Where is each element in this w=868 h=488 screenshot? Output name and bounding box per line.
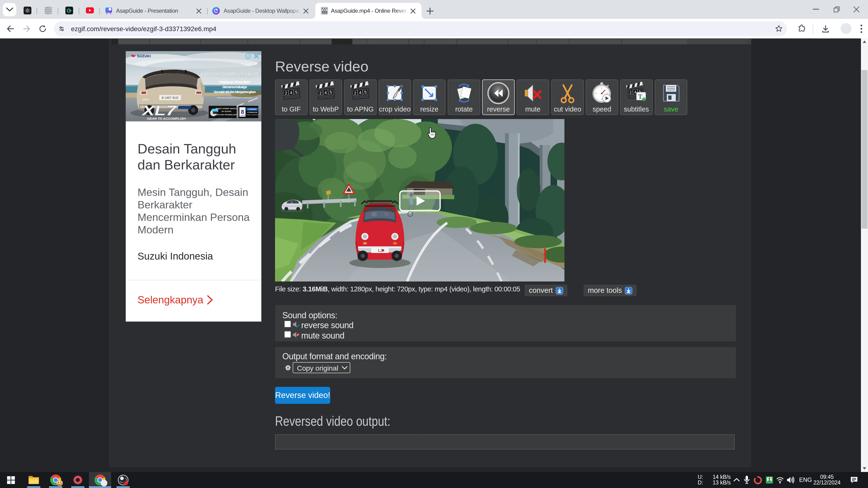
svg-text:GARANSI: GARANSI: [248, 108, 256, 110]
svg-text:8: 8: [241, 108, 244, 115]
svg-text:SUZUKI: SUZUKI: [137, 54, 151, 58]
svg-text:B 1457 SUZ: B 1457 SUZ: [162, 96, 179, 99]
svg-text:BATTERY WARRANTY: BATTERY WARRANTY: [245, 114, 260, 116]
svg-text:XL7: XL7: [141, 102, 177, 118]
svg-text:Perjalanan Tahun Baru: Perjalanan Tahun Baru: [219, 80, 250, 84]
svg-text:SMART HYBRID VEHICLE: SMART HYBRID VEHICLE: [216, 107, 237, 110]
svg-text:i: i: [248, 54, 249, 58]
svg-text:LITHIUM-ION: LITHIUM-ION: [247, 111, 257, 113]
svg-text:GEAR TO ACCOMPLISH: GEAR TO ACCOMPLISH: [147, 117, 186, 121]
svg-text:LJ: LJ: [378, 248, 382, 253]
svg-text:T: T: [638, 93, 642, 100]
svg-text:WITH ISG TECHNOLOGY: WITH ISG TECHNOLOGY: [216, 113, 237, 116]
svg-text:Berdasarkan pengujian internal: Berdasarkan pengujian internal dalam kon…: [217, 97, 252, 99]
svg-text:BY SUZUKI: BY SUZUKI: [222, 110, 231, 112]
svg-text:NEW: NEW: [142, 98, 149, 101]
svg-text:KONSUMSI BBM 19,4 KM/L*: KONSUMSI BBM 19,4 KM/L*: [200, 71, 261, 77]
svg-text:Bersama Keluarga: Bersama Keluarga: [222, 85, 247, 89]
svg-text:Semakin Irit dan Menyenangkan: Semakin Irit dan Menyenangkan: [214, 90, 256, 94]
svg-text:GIF: GIF: [323, 12, 326, 14]
